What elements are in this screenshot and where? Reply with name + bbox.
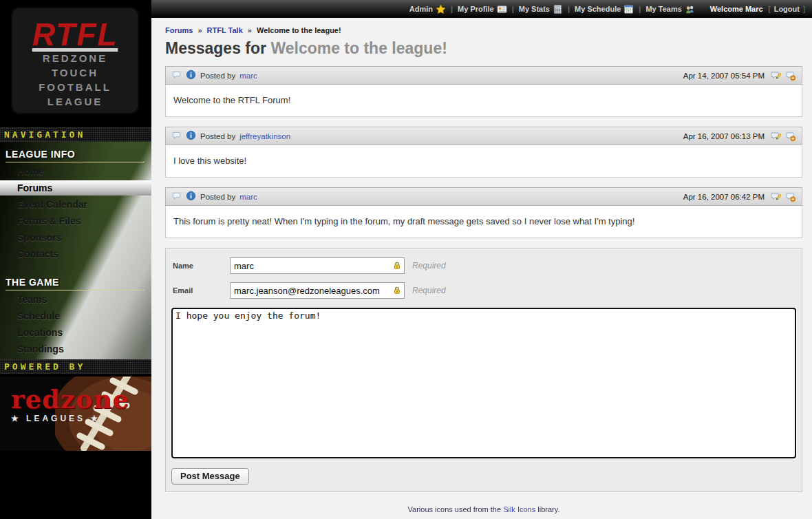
sidebar: RTFL REDZONE TOUCH FOOTBALL LEAGUE NAVIG… bbox=[0, 0, 151, 519]
breadcrumb-separator: » bbox=[245, 26, 255, 34]
sidebar-item-event-calendar[interactable]: Event Calendar bbox=[0, 197, 151, 212]
topbar-item-my-teams-label: My Teams bbox=[645, 5, 681, 13]
info-icon[interactable] bbox=[186, 191, 196, 202]
post-author-link[interactable]: jeffreyatkinson bbox=[239, 132, 290, 140]
post-header: Posted by jeffreyatkinson Apr 16, 2007 0… bbox=[165, 127, 802, 145]
topbar-separator: | bbox=[510, 5, 516, 13]
post-date: Apr 16, 2007 06:13 PM bbox=[683, 132, 765, 140]
silk-icons-link[interactable]: Silk Icons bbox=[503, 505, 535, 513]
redzone-logo-sub: ★ LEAGUES ★ bbox=[11, 414, 129, 423]
forum-post: Posted by jeffreyatkinson Apr 16, 2007 0… bbox=[165, 127, 802, 178]
info-icon[interactable] bbox=[186, 130, 196, 142]
group-icon bbox=[685, 4, 695, 14]
calculator-icon bbox=[553, 4, 563, 14]
email-label: Email bbox=[173, 286, 230, 295]
main-content: Forums » RTFL Talk » Welcome to the leag… bbox=[151, 18, 812, 519]
post-message-button[interactable]: Post Message bbox=[171, 468, 249, 485]
edit-comment-icon[interactable] bbox=[770, 131, 781, 142]
logout-button[interactable]: Logout bbox=[769, 5, 805, 13]
topbar-item-my-profile-label: My Profile bbox=[458, 5, 494, 13]
edit-comment-icon[interactable] bbox=[770, 70, 781, 81]
breadcrumb-link-forums[interactable]: Forums bbox=[165, 26, 193, 34]
breadcrumb-separator: » bbox=[195, 26, 204, 34]
topbar-item-admin[interactable]: Admin bbox=[407, 4, 449, 14]
post-body: Welcome to the RTFL Forum! bbox=[165, 85, 802, 117]
delete-comment-icon[interactable] bbox=[785, 191, 796, 202]
star-icon bbox=[436, 4, 446, 14]
redzone-logo-name: redzone bbox=[11, 386, 129, 412]
email-row: Email Required bbox=[173, 282, 796, 299]
sidebar-item-forums[interactable]: Forums bbox=[0, 180, 151, 195]
lock-icon bbox=[392, 261, 402, 273]
topbar-separator: | bbox=[449, 5, 455, 13]
required-label: Required bbox=[412, 286, 446, 295]
reply-form: Name Required Email Required I hope you … bbox=[165, 248, 802, 492]
footer-text: Various icons used from the bbox=[408, 505, 504, 513]
breadcrumb: Forums » RTFL Talk » Welcome to the leag… bbox=[165, 26, 802, 34]
rtfl-logo-line: TOUCH bbox=[12, 65, 138, 80]
field-photo-background: LEAGUE INFO Home Forums Event Calendar F… bbox=[0, 142, 151, 359]
welcome-user-label: Welcome Marc bbox=[707, 5, 766, 13]
topbar: Admin | My Profile | My Stats | My Sched… bbox=[151, 0, 812, 18]
sidebar-item-forms-files[interactable]: Forms & Files bbox=[0, 213, 151, 229]
comment-icon bbox=[171, 191, 182, 202]
delete-comment-icon[interactable] bbox=[785, 131, 796, 142]
topbar-item-my-stats[interactable]: My Stats bbox=[516, 4, 566, 14]
sidebar-item-sponsors[interactable]: Sponsors bbox=[0, 230, 151, 245]
message-textarea[interactable]: I hope you enjoy the forum! bbox=[171, 308, 796, 458]
posted-by-label: Posted by bbox=[200, 132, 235, 140]
topbar-item-my-teams[interactable]: My Teams bbox=[643, 4, 697, 14]
post-author-link[interactable]: marc bbox=[239, 72, 257, 80]
footer: Various icons used from the Silk Icons l… bbox=[165, 503, 802, 519]
name-row: Name Required bbox=[173, 257, 796, 274]
footer-line-menu: DHTML / JavaScript Menu by TwinHelix Des… bbox=[165, 516, 802, 519]
sidebar-item-home[interactable]: Home bbox=[0, 164, 151, 179]
breadcrumb-current: Welcome to the league! bbox=[257, 26, 341, 34]
rtfl-logo-line: LEAGUE bbox=[12, 94, 138, 109]
comment-icon bbox=[171, 70, 182, 81]
page-title-prefix: Messages for bbox=[165, 39, 266, 57]
posted-by-label: Posted by bbox=[200, 193, 235, 201]
footer-line-icons: Various icons used from the Silk Icons l… bbox=[165, 503, 802, 516]
sidebar-item-schedule[interactable]: Schedule bbox=[0, 308, 151, 324]
comment-icon bbox=[171, 130, 182, 142]
name-label: Name bbox=[173, 262, 230, 270]
topbar-item-admin-label: Admin bbox=[409, 5, 433, 13]
name-field[interactable] bbox=[230, 257, 405, 274]
page-title: Messages for Welcome to the league! bbox=[165, 39, 802, 57]
post-header: Posted by marc Apr 16, 2007 06:42 PM bbox=[165, 187, 802, 206]
redzone-leagues-logo[interactable]: redzone ★ LEAGUES ★ bbox=[0, 377, 151, 451]
navigation-header: NAVIGATION bbox=[0, 127, 151, 142]
post-body: I love this website! bbox=[165, 145, 802, 178]
edit-comment-icon[interactable] bbox=[770, 191, 781, 202]
topbar-item-my-schedule-label: My Schedule bbox=[575, 5, 621, 13]
post-date: Apr 16, 2007 06:42 PM bbox=[683, 193, 765, 201]
topbar-separator: | bbox=[566, 5, 572, 13]
calendar-icon bbox=[623, 4, 634, 14]
page-title-topic: Welcome to the league! bbox=[270, 39, 447, 57]
topbar-item-my-schedule[interactable]: My Schedule bbox=[572, 4, 637, 14]
logout-label: Logout bbox=[774, 5, 800, 13]
breadcrumb-link-rtfl-talk[interactable]: RTFL Talk bbox=[207, 26, 243, 34]
delete-comment-icon[interactable] bbox=[785, 70, 796, 81]
topbar-item-my-stats-label: My Stats bbox=[519, 5, 550, 13]
sidebar-item-teams[interactable]: Teams bbox=[0, 292, 151, 307]
footer-text: library. bbox=[535, 505, 559, 513]
post-header: Posted by marc Apr 14, 2007 05:54 PM bbox=[165, 66, 802, 85]
topbar-item-my-profile[interactable]: My Profile bbox=[455, 4, 510, 14]
email-field[interactable] bbox=[230, 282, 405, 299]
sidebar-item-locations[interactable]: Locations bbox=[0, 325, 151, 340]
sidebar-item-contacts[interactable]: Contacts bbox=[0, 246, 151, 262]
rtfl-logo-acronym: RTFL bbox=[32, 18, 118, 51]
rtfl-logo[interactable]: RTFL REDZONE TOUCH FOOTBALL LEAGUE bbox=[12, 8, 138, 113]
forum-post: Posted by marc Apr 16, 2007 06:42 PM Thi… bbox=[165, 187, 802, 238]
redzone-logo-text: redzone ★ LEAGUES ★ bbox=[11, 386, 129, 423]
required-label: Required bbox=[412, 261, 446, 271]
forum-post: Posted by marc Apr 14, 2007 05:54 PM Wel… bbox=[165, 66, 802, 117]
vcard-icon bbox=[497, 4, 507, 14]
powered-by-header: POWERED BY bbox=[0, 359, 151, 374]
info-icon[interactable] bbox=[186, 70, 196, 81]
section-title-league-info: LEAGUE INFO bbox=[6, 149, 145, 162]
post-author-link[interactable]: marc bbox=[239, 193, 257, 201]
sidebar-item-standings[interactable]: Standings bbox=[0, 341, 151, 357]
